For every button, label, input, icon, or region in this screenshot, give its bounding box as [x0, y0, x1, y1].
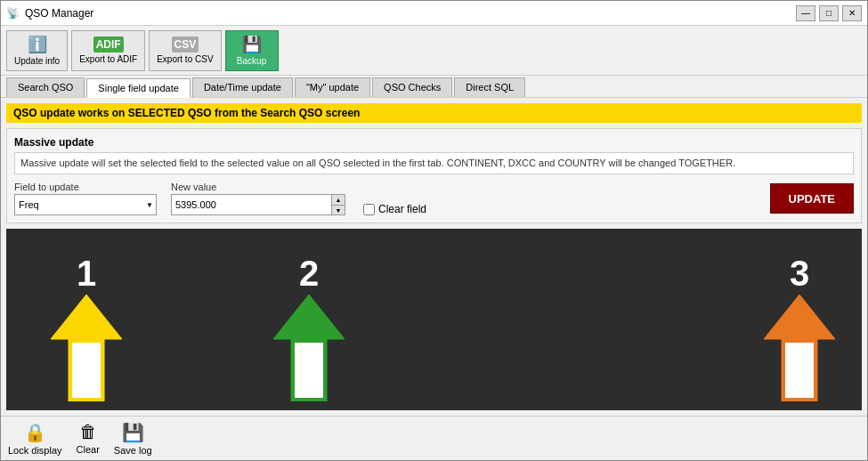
arrows-area: 1 2 3 — [6, 229, 862, 410]
update-info-label: Update info — [14, 56, 60, 66]
title-controls: — □ ✕ — [796, 5, 862, 21]
save-icon: 💾 — [122, 422, 144, 443]
arrow-3-number: 3 — [790, 255, 809, 291]
svg-rect-3 — [295, 343, 323, 398]
arrow-1-shape — [51, 295, 122, 401]
new-value-spinner: 5395.000 ▲ ▼ — [171, 194, 345, 215]
arrow-3-shape — [764, 295, 835, 401]
tab-search-qso[interactable]: Search QSO — [6, 77, 85, 97]
clear-label: Clear — [77, 444, 100, 455]
csv-icon: CSV — [172, 36, 199, 53]
arrow-1-number: 1 — [77, 255, 96, 291]
toolbar: ℹ️ Update info ADIF Export to ADIF CSV E… — [1, 26, 867, 76]
arrow-1: 1 — [51, 255, 122, 401]
title-bar: 📡 QSO Manager — □ ✕ — [1, 1, 867, 26]
field-to-update-label: Field to update — [14, 182, 157, 192]
spinner-buttons: ▲ ▼ — [331, 194, 345, 215]
new-value-group: New value 5395.000 ▲ ▼ — [171, 182, 345, 215]
field-to-update-select[interactable]: Freq Mode Band Country DXCC Continent — [14, 194, 157, 215]
minimize-button[interactable]: — — [796, 5, 815, 21]
backup-icon: 💾 — [242, 35, 262, 54]
close-button[interactable]: ✕ — [842, 5, 862, 21]
new-value-label: New value — [171, 182, 345, 192]
export-adif-label: Export to ADIF — [79, 54, 137, 64]
content-area: QSO update works on SELECTED QSO from th… — [1, 98, 867, 416]
clear-field-label: Clear field — [378, 203, 426, 215]
arrow-2-number: 2 — [299, 255, 319, 291]
alert-text: QSO update works on SELECTED QSO from th… — [13, 107, 360, 119]
spinner-up-button[interactable]: ▲ — [332, 195, 345, 206]
tab-my-update[interactable]: "My" update — [295, 77, 370, 97]
panel-title: Massive update — [14, 136, 854, 149]
svg-rect-5 — [785, 343, 814, 398]
field-to-update-group: Field to update Freq Mode Band Country D… — [14, 182, 157, 215]
field-select-wrapper: Freq Mode Band Country DXCC Continent ▼ — [14, 194, 157, 215]
tab-direct-sql[interactable]: Direct SQL — [454, 77, 525, 97]
panel-description: Massive update will set the selected fie… — [14, 152, 854, 174]
tab-qso-checks[interactable]: QSO Checks — [372, 77, 452, 97]
tab-single-field-update[interactable]: Single field update — [86, 78, 191, 98]
maximize-button[interactable]: □ — [819, 5, 839, 21]
tabs-row: Search QSO Single field update Date/Time… — [1, 76, 867, 98]
main-window: 📡 QSO Manager — □ ✕ ℹ️ Update info ADIF … — [0, 0, 868, 461]
save-log-label: Save log — [114, 445, 152, 456]
tab-datetime-update[interactable]: Date/Time update — [192, 77, 293, 97]
title-bar-left: 📡 QSO Manager — [6, 7, 93, 20]
export-adif-button[interactable]: ADIF Export to ADIF — [71, 30, 145, 71]
arrow-2-shape — [273, 295, 345, 401]
massive-update-panel: Massive update Massive update will set t… — [6, 128, 862, 223]
alert-bar: QSO update works on SELECTED QSO from th… — [6, 103, 862, 123]
lock-icon: 🔒 — [24, 422, 46, 443]
export-csv-button[interactable]: CSV Export to CSV — [149, 30, 221, 71]
arrow-2: 2 — [273, 255, 345, 401]
backup-label: Backup — [237, 56, 266, 66]
trash-icon: 🗑 — [79, 422, 97, 442]
window-title: QSO Manager — [25, 7, 93, 20]
export-csv-label: Export to CSV — [157, 54, 213, 64]
clear-button[interactable]: 🗑 Clear — [77, 422, 100, 455]
save-log-button[interactable]: 💾 Save log — [114, 422, 152, 456]
field-row: Field to update Freq Mode Band Country D… — [14, 182, 854, 215]
spinner-down-button[interactable]: ▼ — [332, 206, 345, 215]
arrow-3: 3 — [764, 255, 835, 401]
lock-display-button[interactable]: 🔒 Lock display — [8, 422, 62, 456]
lock-display-label: Lock display — [8, 445, 62, 456]
clear-field-checkbox[interactable] — [363, 204, 375, 215]
clear-field-row: Clear field — [363, 203, 426, 215]
adif-icon: ADIF — [93, 36, 124, 53]
backup-button[interactable]: 💾 Backup — [225, 30, 279, 71]
window-icon: 📡 — [6, 7, 20, 20]
update-button[interactable]: UPDATE — [770, 183, 854, 214]
update-info-button[interactable]: ℹ️ Update info — [6, 30, 68, 71]
info-icon: ℹ️ — [28, 35, 47, 54]
svg-rect-1 — [72, 343, 101, 398]
bottom-bar: 🔒 Lock display 🗑 Clear 💾 Save log — [1, 416, 867, 460]
new-value-input[interactable]: 5395.000 — [171, 194, 331, 215]
